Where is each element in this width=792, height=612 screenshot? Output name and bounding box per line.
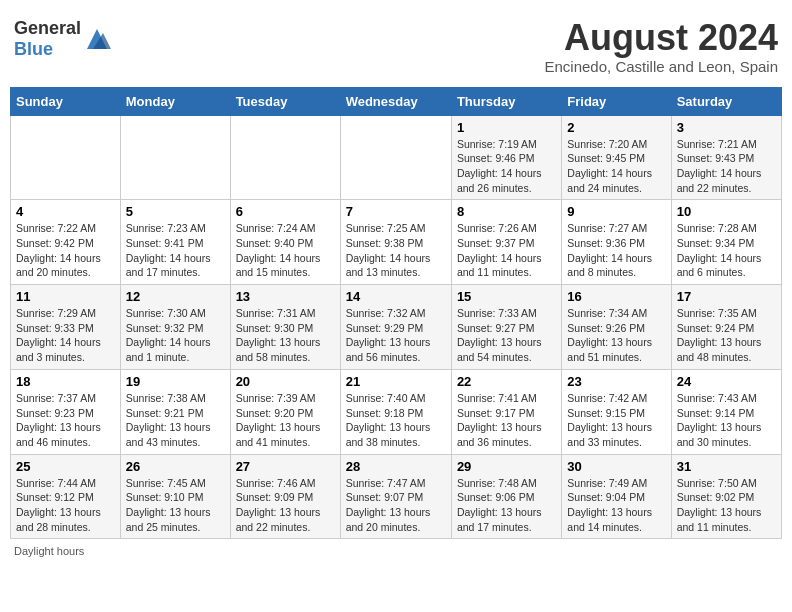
day-number: 31	[677, 459, 776, 474]
day-info: Sunrise: 7:32 AMSunset: 9:29 PMDaylight:…	[346, 306, 446, 365]
calendar-cell: 14Sunrise: 7:32 AMSunset: 9:29 PMDayligh…	[340, 285, 451, 370]
day-info: Sunrise: 7:28 AMSunset: 9:34 PMDaylight:…	[677, 221, 776, 280]
calendar-cell: 23Sunrise: 7:42 AMSunset: 9:15 PMDayligh…	[562, 369, 671, 454]
day-info: Sunrise: 7:42 AMSunset: 9:15 PMDaylight:…	[567, 391, 665, 450]
day-number: 2	[567, 120, 665, 135]
calendar-week-row: 18Sunrise: 7:37 AMSunset: 9:23 PMDayligh…	[11, 369, 782, 454]
day-number: 30	[567, 459, 665, 474]
calendar-week-row: 1Sunrise: 7:19 AMSunset: 9:46 PMDaylight…	[11, 115, 782, 200]
calendar-cell: 20Sunrise: 7:39 AMSunset: 9:20 PMDayligh…	[230, 369, 340, 454]
day-info: Sunrise: 7:19 AMSunset: 9:46 PMDaylight:…	[457, 137, 556, 196]
calendar-cell: 2Sunrise: 7:20 AMSunset: 9:45 PMDaylight…	[562, 115, 671, 200]
day-of-week-header: Sunday	[11, 87, 121, 115]
day-number: 26	[126, 459, 225, 474]
logo-general: General	[14, 18, 81, 38]
day-number: 12	[126, 289, 225, 304]
calendar-cell: 29Sunrise: 7:48 AMSunset: 9:06 PMDayligh…	[451, 454, 561, 539]
calendar-cell: 31Sunrise: 7:50 AMSunset: 9:02 PMDayligh…	[671, 454, 781, 539]
calendar-cell: 6Sunrise: 7:24 AMSunset: 9:40 PMDaylight…	[230, 200, 340, 285]
day-info: Sunrise: 7:44 AMSunset: 9:12 PMDaylight:…	[16, 476, 115, 535]
day-info: Sunrise: 7:27 AMSunset: 9:36 PMDaylight:…	[567, 221, 665, 280]
calendar-cell	[120, 115, 230, 200]
calendar-cell: 19Sunrise: 7:38 AMSunset: 9:21 PMDayligh…	[120, 369, 230, 454]
day-number: 14	[346, 289, 446, 304]
day-number: 16	[567, 289, 665, 304]
day-number: 25	[16, 459, 115, 474]
calendar-cell: 7Sunrise: 7:25 AMSunset: 9:38 PMDaylight…	[340, 200, 451, 285]
day-info: Sunrise: 7:46 AMSunset: 9:09 PMDaylight:…	[236, 476, 335, 535]
logo-icon	[83, 25, 111, 53]
calendar-week-row: 25Sunrise: 7:44 AMSunset: 9:12 PMDayligh…	[11, 454, 782, 539]
calendar-cell: 13Sunrise: 7:31 AMSunset: 9:30 PMDayligh…	[230, 285, 340, 370]
calendar-cell	[230, 115, 340, 200]
day-info: Sunrise: 7:31 AMSunset: 9:30 PMDaylight:…	[236, 306, 335, 365]
day-of-week-header: Monday	[120, 87, 230, 115]
day-info: Sunrise: 7:39 AMSunset: 9:20 PMDaylight:…	[236, 391, 335, 450]
day-number: 22	[457, 374, 556, 389]
day-number: 4	[16, 204, 115, 219]
daylight-label: Daylight hours	[14, 545, 84, 557]
day-of-week-header: Thursday	[451, 87, 561, 115]
day-info: Sunrise: 7:47 AMSunset: 9:07 PMDaylight:…	[346, 476, 446, 535]
day-info: Sunrise: 7:30 AMSunset: 9:32 PMDaylight:…	[126, 306, 225, 365]
day-of-week-header: Tuesday	[230, 87, 340, 115]
day-info: Sunrise: 7:41 AMSunset: 9:17 PMDaylight:…	[457, 391, 556, 450]
day-info: Sunrise: 7:25 AMSunset: 9:38 PMDaylight:…	[346, 221, 446, 280]
calendar-cell: 16Sunrise: 7:34 AMSunset: 9:26 PMDayligh…	[562, 285, 671, 370]
day-info: Sunrise: 7:24 AMSunset: 9:40 PMDaylight:…	[236, 221, 335, 280]
calendar-cell: 28Sunrise: 7:47 AMSunset: 9:07 PMDayligh…	[340, 454, 451, 539]
calendar-cell: 17Sunrise: 7:35 AMSunset: 9:24 PMDayligh…	[671, 285, 781, 370]
calendar-cell: 18Sunrise: 7:37 AMSunset: 9:23 PMDayligh…	[11, 369, 121, 454]
calendar-cell: 25Sunrise: 7:44 AMSunset: 9:12 PMDayligh…	[11, 454, 121, 539]
day-info: Sunrise: 7:38 AMSunset: 9:21 PMDaylight:…	[126, 391, 225, 450]
footer: Daylight hours	[10, 545, 782, 557]
calendar-cell: 22Sunrise: 7:41 AMSunset: 9:17 PMDayligh…	[451, 369, 561, 454]
day-number: 18	[16, 374, 115, 389]
calendar-cell: 27Sunrise: 7:46 AMSunset: 9:09 PMDayligh…	[230, 454, 340, 539]
month-year-title: August 2024	[545, 18, 779, 58]
day-number: 13	[236, 289, 335, 304]
day-info: Sunrise: 7:35 AMSunset: 9:24 PMDaylight:…	[677, 306, 776, 365]
calendar-week-row: 11Sunrise: 7:29 AMSunset: 9:33 PMDayligh…	[11, 285, 782, 370]
day-info: Sunrise: 7:29 AMSunset: 9:33 PMDaylight:…	[16, 306, 115, 365]
day-number: 1	[457, 120, 556, 135]
calendar-cell: 12Sunrise: 7:30 AMSunset: 9:32 PMDayligh…	[120, 285, 230, 370]
day-info: Sunrise: 7:23 AMSunset: 9:41 PMDaylight:…	[126, 221, 225, 280]
day-number: 5	[126, 204, 225, 219]
day-number: 17	[677, 289, 776, 304]
calendar-cell: 11Sunrise: 7:29 AMSunset: 9:33 PMDayligh…	[11, 285, 121, 370]
day-number: 21	[346, 374, 446, 389]
day-info: Sunrise: 7:22 AMSunset: 9:42 PMDaylight:…	[16, 221, 115, 280]
day-number: 15	[457, 289, 556, 304]
day-number: 6	[236, 204, 335, 219]
logo-blue: Blue	[14, 39, 53, 59]
day-number: 7	[346, 204, 446, 219]
header: General Blue August 2024 Encinedo, Casti…	[10, 10, 782, 79]
day-number: 19	[126, 374, 225, 389]
day-info: Sunrise: 7:34 AMSunset: 9:26 PMDaylight:…	[567, 306, 665, 365]
title-area: August 2024 Encinedo, Castille and Leon,…	[545, 18, 779, 75]
day-info: Sunrise: 7:40 AMSunset: 9:18 PMDaylight:…	[346, 391, 446, 450]
calendar-cell: 15Sunrise: 7:33 AMSunset: 9:27 PMDayligh…	[451, 285, 561, 370]
calendar-cell: 21Sunrise: 7:40 AMSunset: 9:18 PMDayligh…	[340, 369, 451, 454]
calendar-cell: 26Sunrise: 7:45 AMSunset: 9:10 PMDayligh…	[120, 454, 230, 539]
calendar-cell: 24Sunrise: 7:43 AMSunset: 9:14 PMDayligh…	[671, 369, 781, 454]
day-of-week-header: Wednesday	[340, 87, 451, 115]
calendar-week-row: 4Sunrise: 7:22 AMSunset: 9:42 PMDaylight…	[11, 200, 782, 285]
calendar-header-row: SundayMondayTuesdayWednesdayThursdayFrid…	[11, 87, 782, 115]
day-number: 29	[457, 459, 556, 474]
calendar-cell: 30Sunrise: 7:49 AMSunset: 9:04 PMDayligh…	[562, 454, 671, 539]
calendar-cell: 4Sunrise: 7:22 AMSunset: 9:42 PMDaylight…	[11, 200, 121, 285]
day-number: 20	[236, 374, 335, 389]
day-info: Sunrise: 7:48 AMSunset: 9:06 PMDaylight:…	[457, 476, 556, 535]
day-info: Sunrise: 7:50 AMSunset: 9:02 PMDaylight:…	[677, 476, 776, 535]
day-info: Sunrise: 7:45 AMSunset: 9:10 PMDaylight:…	[126, 476, 225, 535]
calendar-cell: 1Sunrise: 7:19 AMSunset: 9:46 PMDaylight…	[451, 115, 561, 200]
day-info: Sunrise: 7:49 AMSunset: 9:04 PMDaylight:…	[567, 476, 665, 535]
calendar-cell	[11, 115, 121, 200]
day-of-week-header: Saturday	[671, 87, 781, 115]
day-info: Sunrise: 7:33 AMSunset: 9:27 PMDaylight:…	[457, 306, 556, 365]
day-number: 28	[346, 459, 446, 474]
day-info: Sunrise: 7:43 AMSunset: 9:14 PMDaylight:…	[677, 391, 776, 450]
day-info: Sunrise: 7:26 AMSunset: 9:37 PMDaylight:…	[457, 221, 556, 280]
